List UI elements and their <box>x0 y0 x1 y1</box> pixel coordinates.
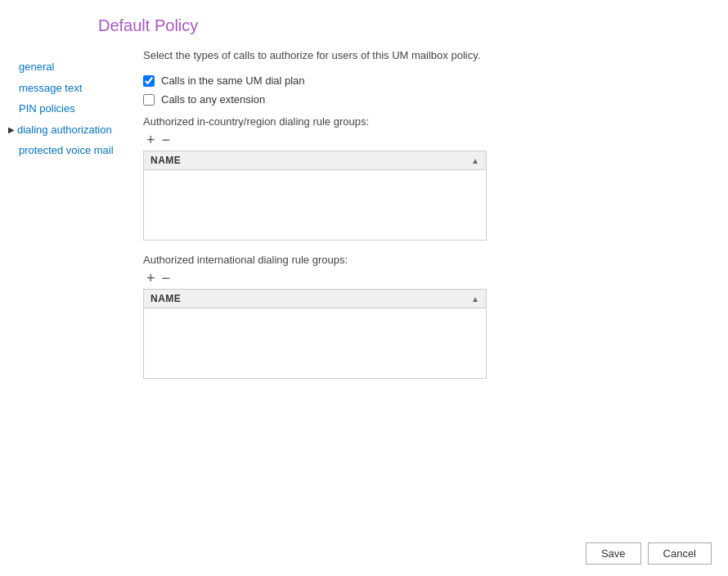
save-button[interactable]: Save <box>586 542 641 565</box>
international-table-column-header: NAME <box>151 293 181 304</box>
sidebar-item-message-text[interactable]: message text <box>8 78 127 99</box>
sidebar-item-label: general <box>19 59 54 75</box>
calls-any-extension-label: Calls to any extension <box>161 93 265 106</box>
footer: Save Cancel <box>0 531 728 576</box>
incountry-remove-button[interactable]: − <box>159 133 174 147</box>
cancel-button[interactable]: Cancel <box>648 542 712 565</box>
sidebar-item-pin-policies[interactable]: PIN policies <box>8 98 127 119</box>
international-table-wrapper: NAME ▲ <box>143 289 487 379</box>
international-sort-icon: ▲ <box>471 295 479 304</box>
arrow-icon: ▶ <box>8 124 15 136</box>
international-add-button[interactable]: + <box>143 271 159 286</box>
international-table-body <box>144 308 486 375</box>
sidebar-item-label: protected voice mail <box>19 142 114 159</box>
description: Select the types of calls to authorize f… <box>143 48 712 63</box>
international-label: Authorized international dialing rule gr… <box>143 254 712 266</box>
international-toolbar: + − <box>143 271 712 286</box>
sidebar-item-protected-voice-mail[interactable]: protected voice mail <box>8 140 127 161</box>
incountry-table-column-header: NAME <box>151 155 181 166</box>
sidebar-item-label: dialing authorization <box>17 122 112 138</box>
incountry-toolbar: + − <box>143 133 712 147</box>
checkbox-row-2: Calls to any extension <box>143 93 712 106</box>
sidebar-item-label: PIN policies <box>19 101 75 117</box>
incountry-sort-icon: ▲ <box>471 156 479 165</box>
sidebar: generalmessage textPIN policies▶dialing … <box>0 48 127 575</box>
sidebar-item-label: message text <box>19 80 82 97</box>
sidebar-item-general[interactable]: general <box>8 56 127 78</box>
main-content: Select the types of calls to authorize f… <box>127 48 728 575</box>
calls-any-extension-checkbox[interactable] <box>143 94 155 106</box>
checkbox-row-1: Calls in the same UM dial plan <box>143 74 712 87</box>
calls-same-plan-checkbox[interactable] <box>143 75 155 87</box>
incountry-label: Authorized in-country/region dialing rul… <box>143 115 712 128</box>
incountry-table-body <box>144 170 486 236</box>
calls-same-plan-label: Calls in the same UM dial plan <box>161 74 305 87</box>
international-remove-button[interactable]: − <box>159 271 174 286</box>
incountry-add-button[interactable]: + <box>143 133 159 147</box>
incountry-table-wrapper: NAME ▲ <box>143 151 487 241</box>
sidebar-item-dialing-authorization[interactable]: ▶dialing authorization <box>8 119 127 141</box>
page-title: Default Policy <box>0 0 728 48</box>
